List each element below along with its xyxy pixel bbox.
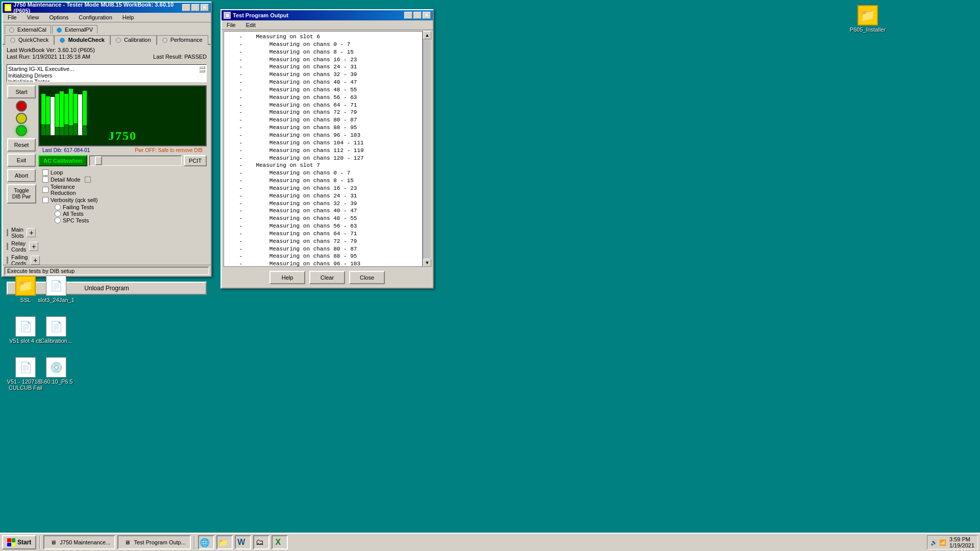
- taskbar-btn-test-output[interactable]: 🖥 Test Program Outp...: [117, 535, 190, 549]
- menu-configuration[interactable]: Configuration: [76, 14, 115, 21]
- test-output-title: Test Program Output: [233, 12, 288, 18]
- viz-bars: J750: [39, 86, 206, 145]
- radio-all-tests[interactable]: [55, 211, 61, 217]
- output-line: - Measuring on chans 16 - 23: [226, 185, 421, 192]
- log-line-1: Starting IG-XL Executive...: [8, 66, 205, 72]
- menu-options[interactable]: Options: [46, 14, 71, 21]
- p605-icon-label: P605_Installer: [850, 27, 886, 33]
- windows-logo: [7, 538, 15, 546]
- desktop-icon-360[interactable]: 💿 3.60.10_P6.5: [36, 357, 77, 385]
- desktop-icon-p605[interactable]: 📁 P605_Installer: [847, 5, 888, 33]
- ac-calibration-button[interactable]: AC Calibration: [38, 155, 87, 166]
- checkbox-tolerance[interactable]: [42, 187, 48, 193]
- slot-main-plus[interactable]: +: [27, 228, 36, 237]
- j750-maximize-button[interactable]: □: [191, 4, 200, 11]
- subtab-module-check[interactable]: ModuleCheck: [54, 35, 110, 45]
- taskbar-btn-excel[interactable]: X: [272, 535, 288, 549]
- taskbar-separator-1: [39, 536, 40, 549]
- radio-failing-tests-row: Failing Tests: [55, 204, 199, 210]
- menu-file[interactable]: File: [5, 14, 20, 21]
- taskbar-btn-folder[interactable]: 📁: [216, 535, 233, 549]
- slot-failing-plus[interactable]: +: [31, 256, 40, 265]
- calibration-slider[interactable]: [89, 156, 182, 166]
- ssl-folder-icon: 📁: [15, 276, 36, 296]
- help-button[interactable]: Help: [270, 271, 305, 284]
- test-menu-edit[interactable]: Edit: [243, 21, 259, 29]
- checkbox-loop[interactable]: [42, 169, 48, 176]
- output-scrollbar[interactable]: ▲ ▼: [423, 31, 431, 267]
- log-area: Starting IG-XL Executive... Initializing…: [7, 64, 207, 82]
- bar-4: [55, 94, 59, 135]
- taskbar-btn-ie[interactable]: 🌐: [198, 535, 214, 549]
- radio-failing-tests[interactable]: [55, 204, 61, 210]
- j750-minimize-button[interactable]: _: [182, 4, 190, 11]
- light-yellow: [16, 113, 27, 124]
- subtab-module-check-radio: [60, 38, 65, 43]
- output-line: - Measuring on chans 0 - 7: [226, 41, 421, 48]
- output-line: - Measuring on chans 56 - 63: [226, 94, 421, 102]
- tab-external-pv[interactable]: ExternalPV: [52, 25, 97, 34]
- close-button[interactable]: Close: [349, 271, 385, 284]
- output-line: - Measuring on chans 24 - 31: [226, 192, 421, 200]
- log-line-2: Initializing Drivers: [8, 72, 205, 79]
- menu-view[interactable]: View: [24, 14, 42, 21]
- exit-button[interactable]: Exit: [7, 154, 36, 167]
- v51-2-doc-icon: 📄: [15, 357, 36, 378]
- taskbar-btn-explorer[interactable]: 🗂: [253, 535, 270, 549]
- subtab-performance-radio: [162, 38, 167, 43]
- j750-titlebar: ⚙ J750 Maintenance - Tester Mode MUI8.15…: [3, 3, 211, 13]
- start-button[interactable]: Start: [7, 85, 36, 98]
- output-line: - Measuring on chans 96 - 103: [226, 260, 421, 267]
- j750-close-button[interactable]: ✕: [201, 4, 209, 11]
- j750-logo: J750: [108, 129, 137, 143]
- taskbar-btn-word[interactable]: W: [235, 535, 251, 549]
- output-buttons-bar: Help Clear Close: [222, 268, 433, 287]
- slot-main-line: [7, 229, 8, 236]
- scroll-down-button[interactable]: ▼: [423, 259, 431, 267]
- abort-button[interactable]: Abort: [7, 169, 36, 182]
- start-button[interactable]: Start: [2, 535, 36, 549]
- subtab-calibration[interactable]: Calibration: [110, 35, 157, 45]
- subtab-performance-label: Performance: [170, 37, 203, 43]
- toggle-dib-pwr-button[interactable]: ToggleDIB Pwr: [7, 184, 36, 204]
- test-menu-file[interactable]: File: [224, 21, 239, 29]
- test-output-icon: 📋: [224, 12, 231, 19]
- slot3-icon-label: slot3_24Jan_1: [38, 297, 75, 303]
- reset-button[interactable]: Reset: [7, 138, 36, 152]
- checkbox-tolerance-label: ToleranceReduction: [51, 184, 76, 196]
- j750-menubar: File View Options Configuration Help: [3, 13, 211, 22]
- taskbar-btn-j750[interactable]: 🖥 J750 Maintenance...: [43, 535, 115, 549]
- bottom-controls: AC Calibration PCIT: [38, 154, 207, 167]
- output-line: - Measuring on chans 120 - 127: [226, 155, 421, 162]
- checkbox-verbosity[interactable]: [42, 197, 48, 203]
- radio-spc-tests-label: SPC Tests: [63, 217, 89, 223]
- subtab-quick-check[interactable]: QuickCheck: [5, 35, 54, 45]
- start-label: Start: [17, 539, 31, 546]
- menu-help[interactable]: Help: [119, 14, 137, 21]
- test-output-minimize[interactable]: _: [404, 12, 412, 19]
- tab-external-cal[interactable]: ExternalCal: [5, 25, 51, 34]
- output-container: - Measuring on slot 6 - Measuring on cha…: [224, 31, 431, 267]
- calibration-icon-label: Calibration...: [40, 338, 72, 344]
- radio-spc-tests[interactable]: [55, 217, 61, 223]
- subtab-quick-check-label: QuickCheck: [18, 37, 48, 43]
- dib-info: Last Dib: 617-084-01 Pwr OFF: Safe to re…: [38, 147, 207, 153]
- test-output-close[interactable]: ✕: [423, 12, 431, 19]
- subtab-performance[interactable]: Performance: [157, 35, 208, 45]
- traffic-lights: [16, 101, 27, 136]
- output-line: - Measuring on chans 88 - 95: [226, 253, 421, 260]
- checkbox-detail-mode[interactable]: [42, 177, 48, 183]
- slot-main-row: MainSlots +: [7, 227, 40, 239]
- pcit-button[interactable]: PCIT: [184, 155, 207, 166]
- test-output-maximize[interactable]: □: [413, 12, 422, 19]
- desktop-icon-slot3[interactable]: 📄 slot3_24Jan_1: [36, 276, 77, 303]
- scroll-up-button[interactable]: ▲: [423, 31, 431, 39]
- clear-button[interactable]: Clear: [309, 271, 345, 284]
- slot-relay-plus[interactable]: +: [29, 242, 38, 251]
- desktop-icon-calibration[interactable]: 📄 Calibration...: [36, 316, 77, 344]
- tab-external-cal-label: ExternalCal: [17, 27, 46, 33]
- ssl-icon-label: SSL: [20, 297, 31, 303]
- info-section: Last WorkBook Ver: 3.60.10 (P605) Last R…: [3, 45, 211, 62]
- v51-doc-icon: 📄: [15, 316, 36, 337]
- output-line: - Measuring on slot 6: [226, 33, 421, 41]
